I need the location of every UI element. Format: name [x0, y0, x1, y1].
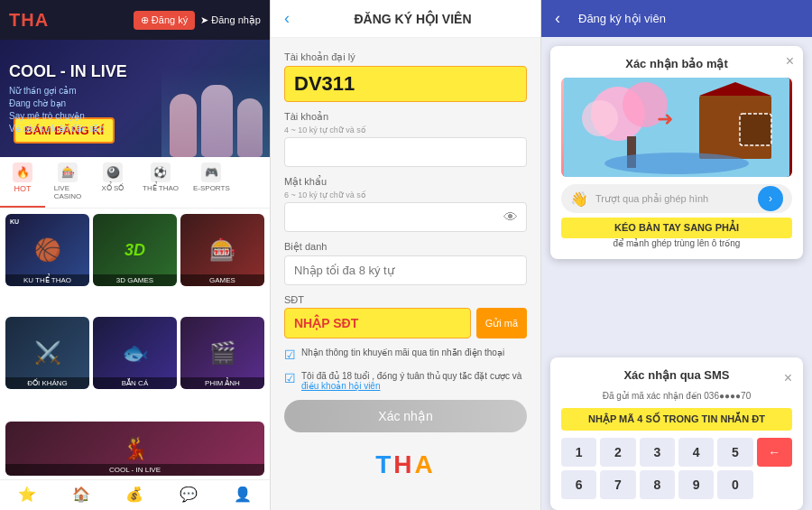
slider-handle[interactable]: ›: [758, 186, 783, 211]
sms-close-button[interactable]: ×: [784, 370, 792, 386]
game-card-games[interactable]: 🎰 GAMES: [180, 214, 264, 286]
tab-esports[interactable]: 🎮 E-SPORTS: [186, 157, 237, 208]
register-button[interactable]: ⊕ Đăng ký: [134, 11, 195, 30]
numpad-2[interactable]: 2: [600, 438, 635, 467]
form-logo: THA: [284, 441, 527, 488]
terms-link[interactable]: điều khoản hội viên: [301, 381, 381, 391]
account-input[interactable]: [284, 137, 527, 167]
numpad-0[interactable]: 0: [717, 470, 752, 499]
checkbox-terms: ☑ Tôi đã đủ 18 tuổi , đồng ý tuân thủ qu…: [284, 371, 527, 391]
eye-icon[interactable]: 👁: [503, 209, 518, 226]
money-icon: 💰: [125, 486, 143, 503]
verify-header: ‹ Đăng ký hội viên: [541, 0, 812, 37]
slider-text: Trượt qua phải ghép hình: [595, 193, 751, 205]
app-header: THA ⊕ Đăng ký ➤ Đăng nhập: [0, 0, 270, 40]
xoso-icon: 🎱: [103, 162, 123, 182]
captcha-scene-svg: [561, 78, 792, 177]
panel-verification: ‹ Đăng ký hội viên Tà: AB●●●● Mã: Hi●●●●…: [541, 0, 812, 510]
numpad-1[interactable]: 1: [561, 438, 596, 467]
tab-live-casino-label: LIVECASINO: [54, 184, 82, 200]
account-sublabel: 4 ~ 10 ký tự chữ và số: [284, 125, 527, 134]
numpad-3[interactable]: 3: [640, 438, 675, 467]
verify-back-button[interactable]: ‹: [555, 9, 560, 28]
esports-icon: 🎮: [201, 162, 221, 182]
game-card-daukhong[interactable]: ⚔️ ĐỐI KHÁNG: [5, 317, 89, 389]
send-code-button[interactable]: Gửi mã: [476, 308, 527, 338]
game-card-phimanh[interactable]: 🎬 PHIM ẢNH: [180, 317, 264, 389]
numpad-backspace[interactable]: ←: [757, 438, 792, 467]
form-header: ‹ ĐĂNG KÝ HỘI VIÊN: [271, 0, 540, 38]
banner-decoration: [161, 67, 270, 157]
password-group: Mật khẩu 6 ~ 10 ký tự chữ và số 👁: [284, 176, 527, 232]
logo-t: T: [375, 450, 393, 478]
banner-text: COOL - IN LIVE Nữ thần gợi cảmĐang chờ b…: [9, 62, 127, 135]
check-icon-2[interactable]: ☑: [284, 371, 296, 385]
captcha-close-button[interactable]: ×: [786, 53, 794, 70]
numpad-5[interactable]: 5: [717, 438, 752, 467]
svg-point-5: [582, 100, 618, 136]
game-card-coolive[interactable]: 💃 COOL - IN LIVE: [5, 422, 264, 476]
coolive-row: 💃 COOL - IN LIVE: [0, 422, 270, 479]
numpad-9[interactable]: 9: [678, 470, 714, 499]
back-button[interactable]: ‹: [284, 9, 290, 28]
account-group: Tài khoản 4 ~ 10 ký tự chữ và số: [284, 111, 527, 167]
phone-value[interactable]: NHẬP SĐT: [284, 308, 471, 338]
home-icon: 🏠: [72, 486, 90, 503]
banner: COOL - IN LIVE Nữ thần gợi cảmĐang chờ b…: [0, 40, 270, 157]
verify-body: Tà: AB●●●● Mã: Hi●●●● Biệ: Hi●●●● Sđ: __…: [541, 37, 812, 510]
plus-icon: ⊕: [141, 14, 149, 26]
ku-subtitle: KU: [10, 218, 19, 225]
bottom-nav-star[interactable]: ⭐: [0, 486, 54, 505]
numpad-4[interactable]: 4: [678, 438, 714, 467]
numpad-8[interactable]: 8: [640, 470, 675, 499]
bottom-nav-support[interactable]: 💬: [161, 486, 216, 505]
bottom-nav-home[interactable]: 🏠: [54, 486, 108, 505]
check-icon-1[interactable]: ☑: [284, 348, 296, 362]
game-card-banca[interactable]: 🐟 BẮN CÁ: [93, 317, 177, 389]
numpad: 1 2 3 4 5 ← 6 7 8 9 0: [561, 438, 792, 499]
password-label: Mật khẩu: [284, 176, 527, 188]
numpad-6[interactable]: 6: [561, 470, 596, 499]
account-label: Tài khoản: [284, 111, 527, 123]
sms-code-hint: NHẬP MÃ 4 SỐ TRONG TIN NHẮN ĐT: [561, 408, 792, 431]
games-label: GAMES: [180, 274, 264, 286]
banca-label: BẮN CÁ: [93, 377, 177, 389]
panel-app: THA ⊕ Đăng ký ➤ Đăng nhập COOL - IN LIVE…: [0, 0, 271, 510]
form-title: ĐĂNG KÝ HỘI VIÊN: [299, 12, 527, 26]
bottom-nav: ⭐ 🏠 💰 💬 👤: [0, 479, 270, 510]
tab-live-casino[interactable]: 🎰 LIVECASINO: [45, 157, 90, 208]
password-input[interactable]: [284, 202, 527, 232]
nickname-label: Biệt danh: [284, 241, 527, 253]
bottom-nav-user[interactable]: 👤: [216, 486, 270, 505]
coolive-label: COOL - IN LIVE: [5, 464, 264, 476]
tab-hot[interactable]: 🔥 HOT: [0, 157, 45, 208]
logo-h: H: [393, 450, 414, 478]
star-icon: ⭐: [18, 486, 36, 503]
form-body: Tài khoản đại lý DV311 Tài khoản 4 ~ 10 …: [271, 38, 540, 510]
numpad-7[interactable]: 7: [600, 470, 635, 499]
game-card-ku[interactable]: 🏀 KU KU THỂ THAO: [5, 214, 89, 286]
ku-label: KU THỂ THAO: [5, 274, 89, 286]
hot-icon: 🔥: [13, 162, 32, 182]
banner-subtitle: Nữ thần gợi cảmĐang chờ bạnSay mê trò ch…: [9, 85, 127, 135]
header-buttons: ⊕ Đăng ký ➤ Đăng nhập: [134, 11, 261, 30]
captcha-image: ➜: [561, 78, 792, 177]
captcha-slider[interactable]: 👋 Trượt qua phải ghép hình ›: [561, 184, 792, 213]
captcha-arrow-icon: ➜: [657, 107, 673, 131]
tab-hot-label: HOT: [14, 184, 32, 193]
daukhong-label: ĐỐI KHÁNG: [5, 377, 89, 389]
arrow-icon: ➤: [200, 14, 208, 25]
nickname-input[interactable]: [284, 255, 527, 285]
game-grid: 🏀 KU KU THỂ THAO 3D 3D GAMES 🎰 GAMES ⚔️ …: [0, 209, 270, 422]
confirm-button[interactable]: Xác nhận: [284, 400, 527, 432]
agency-value: DV311: [284, 66, 527, 102]
bottom-nav-money[interactable]: 💰: [108, 486, 162, 505]
tab-thethao[interactable]: ⚽ THỂ THAO: [135, 157, 186, 208]
banner-title: COOL - IN LIVE: [9, 62, 127, 81]
tab-xoso[interactable]: 🎱 XỔ SỐ: [90, 157, 135, 208]
phone-label: SĐT: [284, 294, 527, 305]
game-card-3d[interactable]: 3D 3D GAMES: [93, 214, 177, 286]
password-sublabel: 6 ~ 10 ký tự chữ và số: [284, 190, 527, 199]
login-button[interactable]: ➤ Đăng nhập: [200, 11, 261, 30]
captcha-image-inner: ➜: [561, 78, 792, 177]
